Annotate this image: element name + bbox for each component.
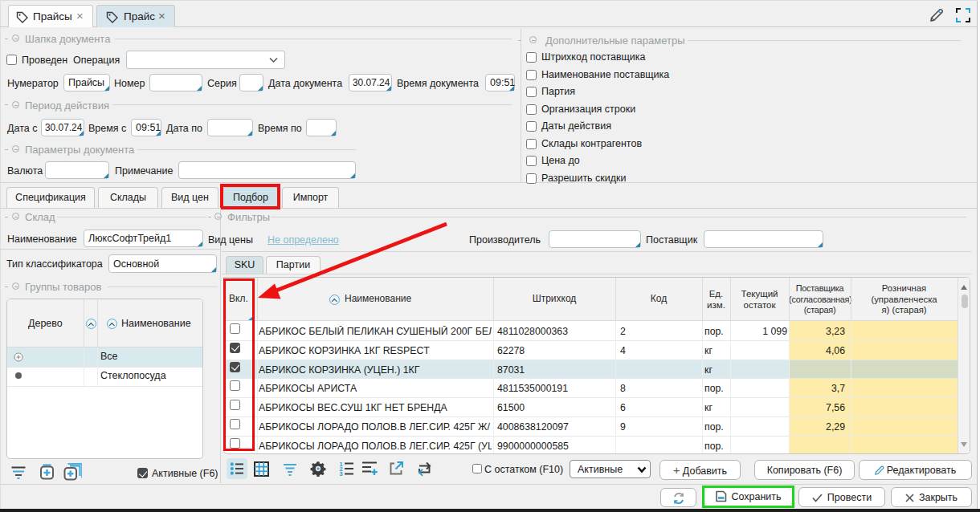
svg-text:3: 3 — [340, 470, 343, 476]
